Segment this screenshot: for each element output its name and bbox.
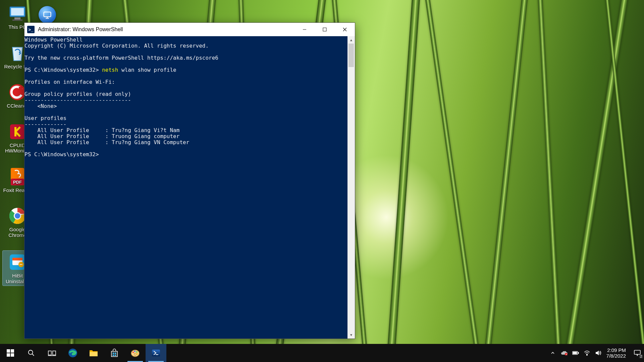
svg-line-28	[32, 354, 34, 356]
svg-rect-37	[115, 355, 116, 356]
svg-rect-35	[115, 353, 116, 354]
clock-time: 2:09 PM	[607, 347, 626, 353]
svg-rect-3	[14, 17, 20, 19]
svg-point-51	[586, 355, 587, 356]
svg-text:✕: ✕	[565, 354, 567, 356]
notification-badge: 2	[639, 355, 643, 358]
svg-rect-30	[53, 351, 56, 355]
svg-rect-25	[7, 353, 10, 357]
svg-rect-29	[48, 351, 51, 355]
taskbar-app-store[interactable]	[104, 344, 125, 362]
svg-rect-16	[12, 258, 22, 260]
tray-battery-icon[interactable]	[572, 350, 579, 356]
taskbar: ✕ 2:09 PM 7/8/2022 2	[0, 344, 644, 362]
taskbar-spacer	[166, 344, 546, 362]
maximize-button[interactable]	[315, 23, 335, 36]
window-title: Administrator: Windows PowerShell	[38, 26, 123, 33]
svg-text:PDF: PDF	[13, 180, 22, 185]
tray-onedrive-icon[interactable]: ✕	[561, 350, 568, 356]
window-titlebar[interactable]: >_ Administrator: Windows PowerShell	[24, 23, 355, 36]
svg-rect-49	[578, 352, 579, 354]
tray-wifi-icon[interactable]	[584, 350, 590, 356]
powershell-console[interactable]: Windows PowerShell Copyright (C) Microso…	[24, 36, 347, 339]
magnifier-accessibility-icon[interactable]	[39, 6, 56, 23]
svg-point-13	[15, 213, 20, 219]
svg-point-27	[29, 350, 33, 355]
start-button[interactable]	[0, 344, 21, 362]
search-button[interactable]	[21, 344, 42, 362]
desktop-icon-label: This PC	[8, 24, 26, 30]
svg-rect-18	[20, 264, 22, 265]
svg-rect-6	[19, 87, 22, 90]
svg-point-43	[134, 353, 136, 356]
taskbar-app-edge[interactable]	[62, 344, 83, 362]
scroll-track[interactable]	[347, 44, 355, 331]
clock-date: 7/8/2022	[606, 353, 626, 359]
system-tray: ✕ 2:09 PM 7/8/2022 2	[546, 344, 644, 362]
taskbar-app-paint[interactable]	[125, 344, 146, 362]
svg-point-40	[134, 351, 136, 352]
scroll-down-arrow[interactable]: ▾	[347, 331, 355, 339]
svg-rect-33	[90, 352, 98, 356]
svg-rect-36	[113, 355, 114, 356]
svg-rect-7	[10, 124, 25, 139]
svg-point-42	[137, 353, 138, 355]
svg-rect-24	[11, 349, 14, 353]
powershell-window: >_ Administrator: Windows PowerShell Win…	[24, 22, 355, 339]
powershell-icon: >_	[27, 26, 35, 33]
svg-rect-2	[11, 8, 24, 15]
taskbar-app-powershell[interactable]	[146, 344, 166, 362]
svg-rect-26	[11, 353, 14, 357]
svg-rect-52	[634, 350, 640, 354]
svg-rect-34	[113, 353, 114, 354]
svg-point-39	[132, 352, 134, 353]
tray-volume-icon[interactable]	[595, 350, 602, 356]
scrollbar[interactable]: ▴ ▾	[347, 36, 355, 339]
svg-rect-23	[7, 349, 10, 353]
svg-rect-50	[573, 352, 577, 354]
close-button[interactable]	[335, 23, 355, 36]
svg-rect-0	[44, 12, 51, 17]
action-center-button[interactable]: 2	[633, 348, 642, 358]
taskbar-clock[interactable]: 2:09 PM 7/8/2022	[606, 347, 628, 359]
minimize-button[interactable]	[294, 23, 315, 36]
tray-overflow-chevron-icon[interactable]	[549, 350, 556, 356]
this-pc-icon	[7, 3, 28, 23]
svg-rect-4	[12, 19, 22, 21]
svg-rect-20	[323, 28, 326, 31]
scroll-up-arrow[interactable]: ▴	[347, 36, 355, 44]
svg-point-41	[136, 351, 138, 353]
scroll-thumb[interactable]	[348, 44, 354, 67]
taskbar-app-explorer[interactable]	[83, 344, 104, 362]
task-view-button[interactable]	[42, 344, 62, 362]
